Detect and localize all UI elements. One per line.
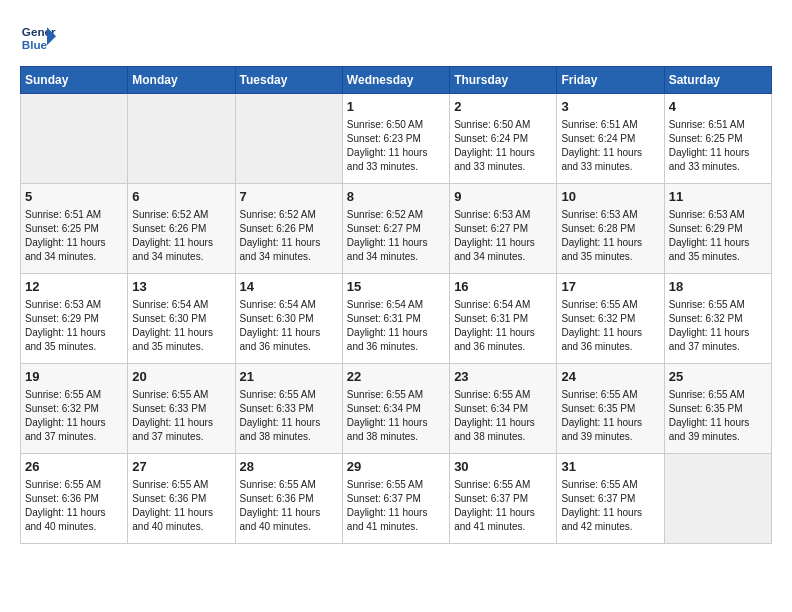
day-info: Sunrise: 6:53 AM Sunset: 6:27 PM Dayligh… — [454, 208, 552, 264]
calendar-week-row: 19Sunrise: 6:55 AM Sunset: 6:32 PM Dayli… — [21, 364, 772, 454]
day-number: 22 — [347, 368, 445, 386]
calendar-cell: 30Sunrise: 6:55 AM Sunset: 6:37 PM Dayli… — [450, 454, 557, 544]
calendar-cell: 20Sunrise: 6:55 AM Sunset: 6:33 PM Dayli… — [128, 364, 235, 454]
day-info: Sunrise: 6:55 AM Sunset: 6:36 PM Dayligh… — [25, 478, 123, 534]
day-number: 16 — [454, 278, 552, 296]
calendar-cell: 9Sunrise: 6:53 AM Sunset: 6:27 PM Daylig… — [450, 184, 557, 274]
day-number: 21 — [240, 368, 338, 386]
calendar-cell: 25Sunrise: 6:55 AM Sunset: 6:35 PM Dayli… — [664, 364, 771, 454]
day-number: 27 — [132, 458, 230, 476]
day-info: Sunrise: 6:51 AM Sunset: 6:25 PM Dayligh… — [669, 118, 767, 174]
day-info: Sunrise: 6:55 AM Sunset: 6:37 PM Dayligh… — [347, 478, 445, 534]
day-info: Sunrise: 6:55 AM Sunset: 6:34 PM Dayligh… — [347, 388, 445, 444]
day-info: Sunrise: 6:55 AM Sunset: 6:32 PM Dayligh… — [669, 298, 767, 354]
day-info: Sunrise: 6:55 AM Sunset: 6:36 PM Dayligh… — [132, 478, 230, 534]
day-number: 3 — [561, 98, 659, 116]
day-info: Sunrise: 6:52 AM Sunset: 6:26 PM Dayligh… — [132, 208, 230, 264]
calendar-cell: 5Sunrise: 6:51 AM Sunset: 6:25 PM Daylig… — [21, 184, 128, 274]
day-info: Sunrise: 6:54 AM Sunset: 6:31 PM Dayligh… — [347, 298, 445, 354]
day-info: Sunrise: 6:55 AM Sunset: 6:34 PM Dayligh… — [454, 388, 552, 444]
day-info: Sunrise: 6:55 AM Sunset: 6:32 PM Dayligh… — [561, 298, 659, 354]
day-number: 5 — [25, 188, 123, 206]
calendar-cell: 21Sunrise: 6:55 AM Sunset: 6:33 PM Dayli… — [235, 364, 342, 454]
day-info: Sunrise: 6:55 AM Sunset: 6:37 PM Dayligh… — [454, 478, 552, 534]
day-number: 9 — [454, 188, 552, 206]
svg-text:Blue: Blue — [22, 38, 48, 51]
day-info: Sunrise: 6:53 AM Sunset: 6:29 PM Dayligh… — [25, 298, 123, 354]
day-number: 8 — [347, 188, 445, 206]
weekday-label: Sunday — [21, 67, 128, 94]
day-info: Sunrise: 6:55 AM Sunset: 6:33 PM Dayligh… — [132, 388, 230, 444]
day-info: Sunrise: 6:54 AM Sunset: 6:30 PM Dayligh… — [132, 298, 230, 354]
weekday-label: Wednesday — [342, 67, 449, 94]
calendar-cell: 11Sunrise: 6:53 AM Sunset: 6:29 PM Dayli… — [664, 184, 771, 274]
calendar-cell: 8Sunrise: 6:52 AM Sunset: 6:27 PM Daylig… — [342, 184, 449, 274]
calendar-week-row: 12Sunrise: 6:53 AM Sunset: 6:29 PM Dayli… — [21, 274, 772, 364]
day-number: 28 — [240, 458, 338, 476]
day-number: 26 — [25, 458, 123, 476]
day-info: Sunrise: 6:55 AM Sunset: 6:32 PM Dayligh… — [25, 388, 123, 444]
day-info: Sunrise: 6:55 AM Sunset: 6:37 PM Dayligh… — [561, 478, 659, 534]
calendar-cell — [128, 94, 235, 184]
calendar-cell: 28Sunrise: 6:55 AM Sunset: 6:36 PM Dayli… — [235, 454, 342, 544]
day-info: Sunrise: 6:51 AM Sunset: 6:25 PM Dayligh… — [25, 208, 123, 264]
weekday-label: Thursday — [450, 67, 557, 94]
calendar-cell: 14Sunrise: 6:54 AM Sunset: 6:30 PM Dayli… — [235, 274, 342, 364]
calendar-cell: 27Sunrise: 6:55 AM Sunset: 6:36 PM Dayli… — [128, 454, 235, 544]
day-info: Sunrise: 6:55 AM Sunset: 6:35 PM Dayligh… — [669, 388, 767, 444]
calendar-week-row: 26Sunrise: 6:55 AM Sunset: 6:36 PM Dayli… — [21, 454, 772, 544]
calendar-cell: 12Sunrise: 6:53 AM Sunset: 6:29 PM Dayli… — [21, 274, 128, 364]
day-number: 18 — [669, 278, 767, 296]
weekday-label: Monday — [128, 67, 235, 94]
day-info: Sunrise: 6:54 AM Sunset: 6:30 PM Dayligh… — [240, 298, 338, 354]
calendar-cell: 26Sunrise: 6:55 AM Sunset: 6:36 PM Dayli… — [21, 454, 128, 544]
day-number: 4 — [669, 98, 767, 116]
day-number: 6 — [132, 188, 230, 206]
weekday-header-row: SundayMondayTuesdayWednesdayThursdayFrid… — [21, 67, 772, 94]
day-number: 31 — [561, 458, 659, 476]
calendar-cell: 10Sunrise: 6:53 AM Sunset: 6:28 PM Dayli… — [557, 184, 664, 274]
day-number: 30 — [454, 458, 552, 476]
calendar-cell — [235, 94, 342, 184]
calendar-table: SundayMondayTuesdayWednesdayThursdayFrid… — [20, 66, 772, 544]
day-number: 24 — [561, 368, 659, 386]
calendar-cell: 6Sunrise: 6:52 AM Sunset: 6:26 PM Daylig… — [128, 184, 235, 274]
day-info: Sunrise: 6:50 AM Sunset: 6:23 PM Dayligh… — [347, 118, 445, 174]
day-info: Sunrise: 6:55 AM Sunset: 6:33 PM Dayligh… — [240, 388, 338, 444]
calendar-cell — [664, 454, 771, 544]
calendar-cell: 2Sunrise: 6:50 AM Sunset: 6:24 PM Daylig… — [450, 94, 557, 184]
day-info: Sunrise: 6:55 AM Sunset: 6:36 PM Dayligh… — [240, 478, 338, 534]
calendar-cell: 17Sunrise: 6:55 AM Sunset: 6:32 PM Dayli… — [557, 274, 664, 364]
day-number: 23 — [454, 368, 552, 386]
calendar-cell: 15Sunrise: 6:54 AM Sunset: 6:31 PM Dayli… — [342, 274, 449, 364]
day-info: Sunrise: 6:52 AM Sunset: 6:27 PM Dayligh… — [347, 208, 445, 264]
calendar-cell: 3Sunrise: 6:51 AM Sunset: 6:24 PM Daylig… — [557, 94, 664, 184]
day-number: 25 — [669, 368, 767, 386]
day-info: Sunrise: 6:53 AM Sunset: 6:29 PM Dayligh… — [669, 208, 767, 264]
calendar-cell: 31Sunrise: 6:55 AM Sunset: 6:37 PM Dayli… — [557, 454, 664, 544]
calendar-body: 1Sunrise: 6:50 AM Sunset: 6:23 PM Daylig… — [21, 94, 772, 544]
calendar-cell: 4Sunrise: 6:51 AM Sunset: 6:25 PM Daylig… — [664, 94, 771, 184]
calendar-week-row: 5Sunrise: 6:51 AM Sunset: 6:25 PM Daylig… — [21, 184, 772, 274]
page-header: General Blue — [20, 20, 772, 56]
weekday-label: Tuesday — [235, 67, 342, 94]
logo-icon: General Blue — [20, 20, 56, 56]
day-info: Sunrise: 6:51 AM Sunset: 6:24 PM Dayligh… — [561, 118, 659, 174]
day-number: 1 — [347, 98, 445, 116]
day-number: 15 — [347, 278, 445, 296]
calendar-cell: 23Sunrise: 6:55 AM Sunset: 6:34 PM Dayli… — [450, 364, 557, 454]
weekday-label: Friday — [557, 67, 664, 94]
calendar-cell: 19Sunrise: 6:55 AM Sunset: 6:32 PM Dayli… — [21, 364, 128, 454]
calendar-cell: 22Sunrise: 6:55 AM Sunset: 6:34 PM Dayli… — [342, 364, 449, 454]
day-number: 14 — [240, 278, 338, 296]
calendar-cell: 16Sunrise: 6:54 AM Sunset: 6:31 PM Dayli… — [450, 274, 557, 364]
weekday-label: Saturday — [664, 67, 771, 94]
day-info: Sunrise: 6:50 AM Sunset: 6:24 PM Dayligh… — [454, 118, 552, 174]
day-number: 7 — [240, 188, 338, 206]
calendar-cell — [21, 94, 128, 184]
calendar-week-row: 1Sunrise: 6:50 AM Sunset: 6:23 PM Daylig… — [21, 94, 772, 184]
calendar-header: SundayMondayTuesdayWednesdayThursdayFrid… — [21, 67, 772, 94]
day-info: Sunrise: 6:52 AM Sunset: 6:26 PM Dayligh… — [240, 208, 338, 264]
day-info: Sunrise: 6:54 AM Sunset: 6:31 PM Dayligh… — [454, 298, 552, 354]
day-number: 13 — [132, 278, 230, 296]
